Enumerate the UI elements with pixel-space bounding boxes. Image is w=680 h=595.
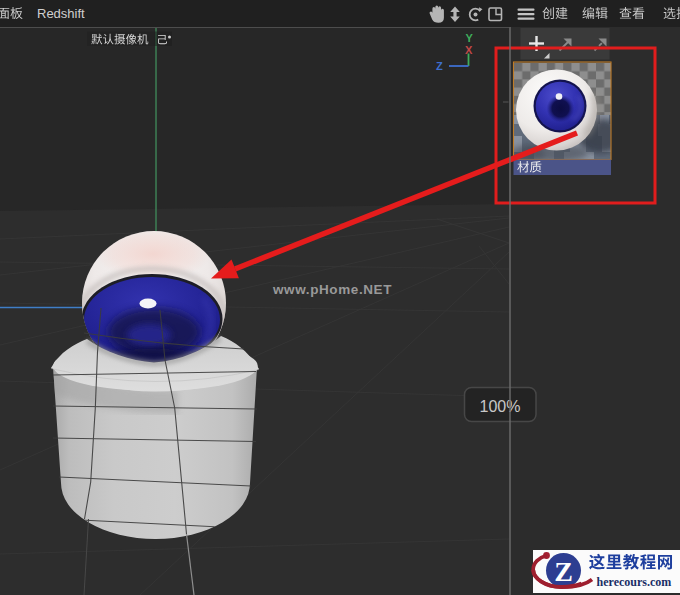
svg-text:100%: 100%	[480, 398, 521, 415]
svg-text:Redshift: Redshift	[37, 6, 85, 21]
svg-text:Z: Z	[554, 556, 573, 587]
svg-text:Y: Y	[466, 32, 474, 44]
svg-text:www.pHome.NET: www.pHome.NET	[272, 282, 392, 297]
svg-text:Z: Z	[436, 60, 443, 72]
svg-text:herecours.com: herecours.com	[597, 575, 672, 589]
